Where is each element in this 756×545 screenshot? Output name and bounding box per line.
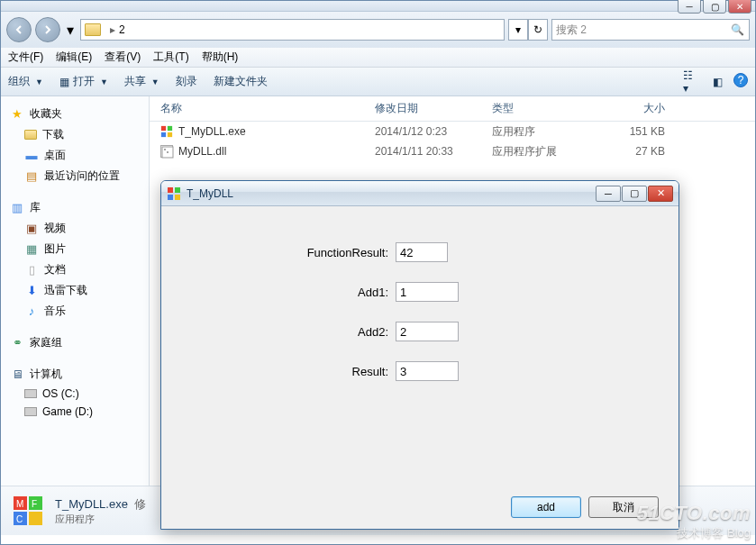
function-result-label: FunctionResult: [296,246,396,259]
sidebar-libraries-header[interactable]: ▥库 [5,197,145,218]
svg-rect-17 [175,195,180,200]
refresh-button[interactable]: ↻ [528,19,548,41]
svg-rect-1 [168,126,172,131]
maximize-button[interactable]: ▢ [703,0,726,14]
desktop-icon: ▬ [24,149,39,163]
tool-newfolder[interactable]: 新建文件夹 [214,74,268,89]
detail-modified-label: 修 [134,497,146,511]
add1-input[interactable] [396,282,459,302]
svg-rect-0 [161,126,166,131]
sidebar-homegroup-header[interactable]: ⚭家庭组 [5,332,145,353]
sidebar-item-pictures[interactable]: ▦图片 [5,239,145,259]
menu-edit[interactable]: 编辑(E) [56,50,92,65]
preview-pane-button[interactable]: ◧ [708,73,726,91]
function-result-input[interactable] [396,242,448,262]
svg-rect-14 [168,187,173,193]
column-name[interactable]: 名称 [150,101,375,116]
column-type[interactable]: 类型 [492,101,600,116]
sidebar-item-music[interactable]: ♪音乐 [5,301,145,322]
drive-icon [24,389,37,398]
sidebar-favorites-header[interactable]: ★收藏夹 [5,104,145,124]
dll-icon [160,145,173,158]
menu-view[interactable]: 查看(V) [105,50,141,65]
dialog-window: T_MyDLL ─ ▢ ✕ FunctionResult: Add1: Add2… [160,180,679,530]
detail-filename: T_MyDLL.exe [55,497,128,511]
help-button[interactable]: ? [733,73,748,87]
view-options-button[interactable]: ☷ ▾ [683,73,701,91]
file-row[interactable]: MyDLL.dll 2014/1/11 20:33 应用程序扩展 27 KB [150,141,755,161]
arrow-right-icon [42,24,53,35]
file-type: 应用程序扩展 [492,144,600,159]
breadcrumb-sep: ▸ [110,23,115,36]
result-label: Result: [351,365,396,378]
folder-icon [24,130,37,140]
result-input[interactable] [396,361,459,381]
watermark-tagline: 技术博客 Blog [637,525,751,541]
add2-input[interactable] [396,322,459,341]
column-date[interactable]: 修改日期 [375,101,492,116]
minimize-button[interactable]: ─ [678,0,701,14]
dialog-maximize-button[interactable]: ▢ [622,186,647,202]
sidebar-item-xunlei[interactable]: ⬇迅雷下载 [5,280,145,301]
search-input[interactable]: 搜索 2 🔍 [551,19,750,41]
file-row[interactable]: T_MyDLL.exe 2014/1/12 0:23 应用程序 151 KB [150,122,755,141]
sidebar-item-downloads[interactable]: 下载 [5,124,145,145]
address-bar[interactable]: ▸ 2 [80,19,505,41]
file-name: T_MyDLL.exe [178,125,246,138]
close-button[interactable]: ✕ [728,0,751,14]
sidebar-item-desktop[interactable]: ▬桌面 [5,145,145,166]
nav-back-button[interactable] [6,17,32,42]
tool-share[interactable]: 共享▼ [124,74,159,89]
add1-label: Add1: [351,286,396,299]
column-size[interactable]: 大小 [600,101,681,116]
address-row: ▾ ▸ 2 ▾ ↻ 搜索 2 🔍 [1,12,755,48]
download-icon: ⬇ [24,284,39,298]
sidebar-item-recent[interactable]: ▤最近访问的位置 [5,166,145,186]
homegroup-icon: ⚭ [10,336,24,350]
picture-icon: ▦ [24,242,39,257]
menu-tools[interactable]: 工具(T) [153,50,188,65]
svg-text:C: C [16,514,23,524]
dialog-title: T_MyDLL [187,187,233,200]
svg-rect-3 [168,132,172,137]
dialog-close-button[interactable]: ✕ [648,186,673,202]
svg-point-6 [167,151,169,153]
menu-file[interactable]: 文件(F) [8,50,43,65]
menu-help[interactable]: 帮助(H) [202,50,239,65]
svg-point-5 [164,149,166,150]
file-size: 27 KB [600,145,681,158]
sidebar-computer-header[interactable]: 🖥计算机 [5,364,145,385]
sidebar-item-videos[interactable]: ▣视频 [5,218,145,239]
address-dropdown-button[interactable]: ▾ [508,19,528,41]
video-icon: ▣ [24,222,39,236]
nav-history-dropdown[interactable]: ▾ [64,22,77,39]
sidebar-item-drive-c[interactable]: OS (C:) [5,385,145,403]
svg-rect-16 [168,195,173,200]
recent-icon: ▤ [24,169,39,184]
drive-icon [24,407,37,416]
svg-rect-10 [29,512,42,525]
search-placeholder: 搜索 2 [556,23,587,38]
tool-organize[interactable]: 组织▼ [8,74,43,89]
sidebar-item-drive-d[interactable]: Game (D:) [5,403,145,421]
search-icon: 🔍 [731,23,745,36]
file-size: 151 KB [600,125,681,138]
computer-icon: 🖥 [10,368,24,382]
mfc-app-icon: MFC [10,493,46,529]
toolbar: 组织▼ ▦打开▼ 共享▼ 刻录 新建文件夹 ☷ ▾ ◧ ? [1,68,755,96]
dialog-titlebar[interactable]: T_MyDLL ─ ▢ ✕ [161,181,679,206]
file-date: 2014/1/11 20:33 [375,145,492,158]
mfc-app-icon [167,186,181,201]
sidebar-item-documents[interactable]: ▯文档 [5,259,145,280]
tool-open[interactable]: ▦打开▼ [59,74,108,89]
add-button[interactable]: add [511,496,581,518]
breadcrumb-current[interactable]: 2 [119,23,125,36]
dialog-minimize-button[interactable]: ─ [596,186,621,202]
window-titlebar[interactable]: ─ ▢ ✕ [1,1,755,12]
tool-burn[interactable]: 刻录 [176,74,197,89]
nav-forward-button[interactable] [35,17,60,42]
menubar: 文件(F) 编辑(E) 查看(V) 工具(T) 帮助(H) [1,48,755,68]
watermark: 51CTO.com 技术博客 Blog [637,502,751,541]
document-icon: ▯ [24,263,39,277]
svg-rect-2 [161,132,166,137]
